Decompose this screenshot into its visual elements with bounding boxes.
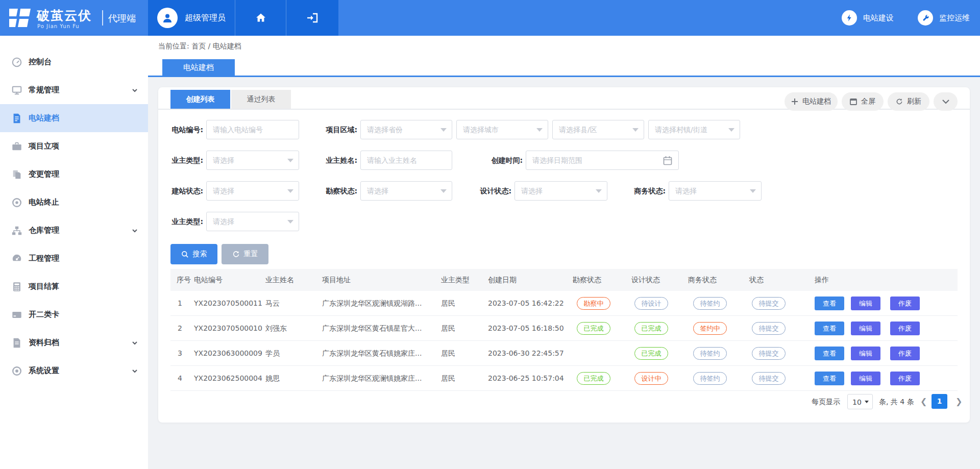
sidebar-item-class2-card[interactable]: 开二类卡 [0,301,148,329]
survey-status-select[interactable]: 请选择 [360,181,452,201]
business-status-badge: 待签约 [693,347,727,360]
next-page-button[interactable]: ❯ [955,394,962,409]
cell-owner: 姚思 [265,366,280,391]
breadcrumb: 当前位置: 首页 / 电站建档 [158,42,241,51]
dial-icon [11,253,22,264]
select-arrow-icon [632,128,639,132]
chevron-down-icon [942,100,949,104]
select-arrow-icon [440,189,447,193]
view-button[interactable]: 查看 [815,297,844,310]
edit-button[interactable]: 编辑 [851,322,880,335]
date-range-input[interactable]: 请选择日期范围 [526,151,679,170]
tab-passed-list[interactable]: 通过列表 [231,90,291,109]
design-status-label: 设计状态: [473,181,511,201]
void-button[interactable]: 作废 [890,372,920,385]
per-page-label: 每页显示 [812,394,840,409]
sidebar-item-general-mgmt[interactable]: 常规管理 [0,76,148,104]
sidebar-item-change-mgmt[interactable]: 变更管理 [0,160,148,188]
nav-monitor-ops[interactable]: 监控运维 [918,0,970,36]
nav-power-build[interactable]: 电站建设 [842,0,894,36]
status-badge: 待提交 [752,347,786,360]
owner-type2-select[interactable]: 请选择 [206,212,299,231]
logout-icon [306,12,319,24]
prev-page-button[interactable]: ❮ [920,394,927,409]
sidebar-item-warehouse-mgmt[interactable]: 仓库管理 [0,216,148,244]
app-title: 破茧云伏 [37,7,92,24]
cell-no: 3 [178,341,182,366]
monitor-icon [11,85,22,96]
create-time-label: 创建时间: [478,151,523,170]
col-owner: 业主姓名 [265,269,294,291]
cell-created: 2023-06-25 10:57:04 [488,366,564,391]
void-button[interactable]: 作废 [890,322,920,335]
owner-type-select[interactable]: 请选择 [206,151,299,170]
business-status-badge: 待签约 [693,372,727,385]
page-number-button[interactable]: 1 [932,394,947,409]
void-button[interactable]: 作废 [890,347,920,360]
add-station-button[interactable]: 电站建档 [785,92,838,111]
portal-label: 代理端 [108,12,136,24]
void-button[interactable]: 作废 [890,297,920,310]
reset-icon [232,251,240,258]
town-select[interactable]: 请选择村镇/街道 [648,120,740,139]
design-status-badge: 设计中 [634,372,668,385]
sidebar-item-engineering-mgmt[interactable]: 工程管理 [0,244,148,273]
top-header: 破茧云伏 Po Jian Yun Fu 代理端 超级管理员 [0,0,980,36]
owner-name-label: 业主姓名: [320,151,357,170]
edit-button[interactable]: 编辑 [851,347,880,360]
sidebar-item-station-termination[interactable]: 电站终止 [0,188,148,216]
app-subtitle: Po Jian Yun Fu [37,23,80,29]
avatar [157,8,178,28]
user-menu[interactable]: 超级管理员 [148,0,235,36]
edit-button[interactable]: 编辑 [851,372,880,385]
col-station-no: 电站编号 [194,269,223,291]
cell-no: 1 [178,291,182,316]
per-page-select[interactable]: 10 [847,394,873,409]
sidebar-item-project-initiation[interactable]: 项目立项 [0,132,148,160]
cell-owner-type: 居民 [441,366,455,391]
cell-station-no: YX2023070500010 [194,316,262,341]
sidebar-item-station-archive[interactable]: 电站建档 [0,104,148,132]
tab-create-list[interactable]: 创建列表 [170,90,230,109]
search-button[interactable]: 搜索 [170,244,217,264]
fullscreen-button[interactable]: 全屏 [842,92,884,111]
collapse-toolbar-button[interactable] [934,92,958,111]
refresh-button[interactable]: 刷新 [888,92,929,111]
reset-button[interactable]: 重置 [222,244,268,264]
view-button[interactable]: 查看 [815,347,844,360]
city-select[interactable]: 请选择城市 [456,120,548,139]
cell-owner-type: 居民 [441,316,455,341]
view-button[interactable]: 查看 [815,322,844,335]
archive-icon [11,337,22,349]
home-button[interactable] [235,0,286,36]
select-arrow-icon [750,189,756,193]
settings-icon [11,365,22,377]
view-button[interactable]: 查看 [815,372,844,385]
col-survey: 勘察状态 [573,269,601,291]
sidebar-item-system-settings[interactable]: 系统设置 [0,357,148,385]
province-select[interactable]: 请选择省份 [360,120,452,139]
county-select[interactable]: 请选择县/区 [552,120,644,139]
sidebar-item-project-settlement[interactable]: 项目结算 [0,273,148,301]
cell-created: 2023-06-30 22:45:57 [488,341,564,366]
document-icon [11,113,22,124]
survey-status-badge: 已完成 [577,322,610,335]
cell-address: 广东深圳龙华区观澜镇观湖路... [322,291,437,316]
edit-button[interactable]: 编辑 [851,297,880,310]
sidebar-item-console[interactable]: 控制台 [0,48,148,76]
cell-created: 2023-07-05 16:42:22 [488,291,564,316]
owner-name-input[interactable]: 请输入业主姓名 [360,151,452,170]
cell-station-no: YX2023070500011 [194,291,262,316]
design-status-select[interactable]: 请选择 [514,181,607,201]
chevron-down-icon [132,368,138,374]
sidebar-item-data-archive[interactable]: 资料归档 [0,329,148,357]
table-row: 2 YX2023070500010 刘强东 广东深圳龙华区黄石镇星官大... 居… [170,316,958,341]
page-tab-station-archive[interactable]: 电站建档 [162,59,235,76]
build-status-select[interactable]: 请选择 [206,181,299,201]
business-status-select[interactable]: 请选择 [669,181,762,201]
logout-button[interactable] [286,0,338,36]
station-no-input[interactable]: 请输入电站编号 [206,120,299,139]
cell-address: 广东深圳龙华区黄石镇星官大... [322,316,437,341]
search-icon [181,251,189,258]
chevron-down-icon [132,340,138,346]
